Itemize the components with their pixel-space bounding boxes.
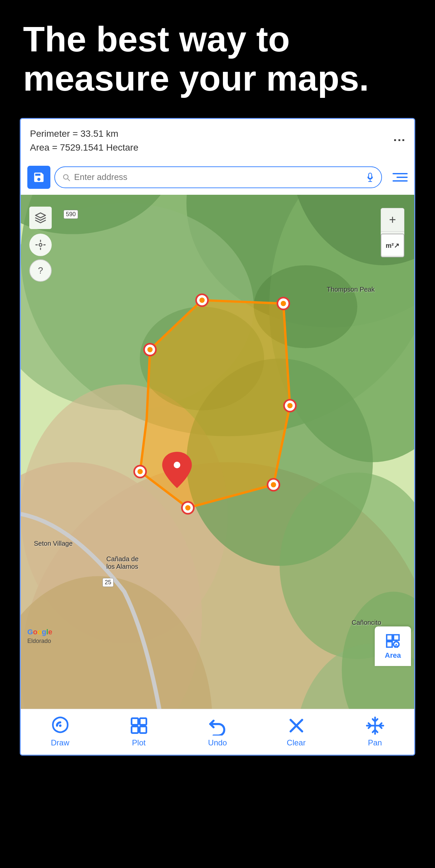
search-row xyxy=(21,162,414,195)
app-container: Perimeter = 33.51 km Area = 7529.1541 He… xyxy=(20,118,415,756)
route-25-badge: 25 xyxy=(102,578,113,587)
zoom-in-button[interactable]: + xyxy=(381,208,404,232)
plot-icon xyxy=(128,715,149,736)
menu-line-1 xyxy=(393,173,408,174)
microphone-icon[interactable] xyxy=(366,173,375,182)
map-background xyxy=(21,195,414,709)
draw-label: Draw xyxy=(51,738,69,747)
clear-label: Clear xyxy=(287,738,306,747)
save-icon xyxy=(33,171,45,184)
clear-button[interactable]: Clear xyxy=(277,715,316,747)
location-button[interactable] xyxy=(29,234,52,256)
menu-line-2 xyxy=(397,177,408,178)
plot-tool-button[interactable]: Plot xyxy=(119,715,159,747)
clear-icon xyxy=(286,715,307,736)
map-area[interactable]: Thompson Peak Seton Village Cañada delos… xyxy=(21,195,414,709)
draw-icon xyxy=(50,715,71,736)
svg-point-15 xyxy=(140,307,264,410)
help-button[interactable]: ? xyxy=(29,259,52,282)
hero-section: The best way to measure your maps. xyxy=(0,0,435,118)
area-icon: A xyxy=(384,633,401,649)
hero-title: The best way to measure your maps. xyxy=(23,20,412,98)
layers-icon xyxy=(35,212,46,224)
svg-point-38 xyxy=(59,724,62,727)
undo-button[interactable]: Undo xyxy=(198,715,237,747)
svg-rect-42 xyxy=(140,726,146,733)
route-590-badge: 590 xyxy=(64,210,78,219)
more-options-button[interactable]: ⋮ xyxy=(393,134,405,147)
svg-point-36 xyxy=(39,243,42,246)
layers-button[interactable] xyxy=(29,207,52,229)
undo-icon xyxy=(207,715,228,736)
address-input[interactable] xyxy=(74,172,362,182)
svg-rect-40 xyxy=(140,718,146,725)
bottom-toolbar: Draw Plot xyxy=(21,709,414,755)
area-button[interactable]: A Area xyxy=(375,626,411,666)
plot-label: Plot xyxy=(132,738,145,747)
menu-line-3 xyxy=(393,180,408,182)
pan-tool-button[interactable]: Pan xyxy=(355,715,395,747)
svg-text:A: A xyxy=(394,643,398,649)
area-value: Area = 7529.1541 Hectare xyxy=(30,141,138,155)
area-label: Area xyxy=(385,651,401,660)
m2-button[interactable]: m²↗ xyxy=(381,234,404,257)
stats-bar: Perimeter = 33.51 km Area = 7529.1541 He… xyxy=(21,119,414,162)
search-icon xyxy=(62,173,71,182)
pan-label: Pan xyxy=(368,738,382,747)
save-button[interactable] xyxy=(27,166,51,189)
draw-tool-button[interactable]: Draw xyxy=(40,715,80,747)
location-icon xyxy=(35,239,46,250)
pan-icon xyxy=(365,715,386,736)
stats-text: Perimeter = 33.51 km Area = 7529.1541 He… xyxy=(30,127,138,155)
svg-point-16 xyxy=(254,265,357,348)
svg-rect-41 xyxy=(131,726,138,733)
menu-button[interactable] xyxy=(386,169,408,186)
perimeter-value: Perimeter = 33.51 km xyxy=(30,127,138,141)
svg-rect-39 xyxy=(131,718,138,725)
search-input-wrap xyxy=(54,166,382,188)
eldorado-label: Eldorado xyxy=(27,638,51,645)
google-logo: Google xyxy=(27,628,53,636)
undo-label: Undo xyxy=(208,738,227,747)
